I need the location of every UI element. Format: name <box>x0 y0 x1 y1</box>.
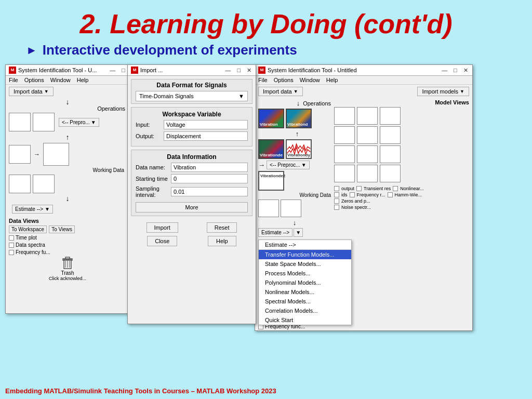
right-preprocess-row: → <-- Preproc... ▼ <box>258 161 331 169</box>
dropdown-item-polynominal[interactable]: Polynominal Models... <box>259 278 351 287</box>
dropdown-item-statespace[interactable]: State Space Models... <box>259 259 351 269</box>
freq-checkbox[interactable] <box>9 250 14 255</box>
left-menu-file[interactable]: File <box>9 77 18 83</box>
freq-r-label: Frequency r... <box>357 192 385 197</box>
sampling-field[interactable] <box>171 187 248 196</box>
trash-icon <box>62 257 73 270</box>
model-row-3 <box>334 145 469 163</box>
estimate-btn-right[interactable]: Estimate --> <box>258 228 292 237</box>
minimize-btn-right[interactable]: — <box>441 67 448 74</box>
left-arrow-up: ↑ <box>9 133 126 141</box>
dropdown-item-nonlinear[interactable]: Nonlinear Models... <box>259 287 351 297</box>
more-btn[interactable]: More <box>136 202 248 212</box>
estimate-btn-left[interactable]: Estimate --> ▼ <box>12 205 53 214</box>
signal-box-1: Vibration <box>258 109 284 128</box>
data-name-field[interactable] <box>171 163 248 172</box>
ids-label: ids <box>341 192 348 197</box>
maximize-btn-import[interactable]: □ <box>236 67 242 74</box>
right-toolbar: Import data ▼ Import models ▼ <box>255 85 472 98</box>
data-info-section: Data Information Data name: Starting tim… <box>131 150 252 216</box>
domain-dropdown[interactable]: Time-Domain Signals ▼ <box>136 91 248 101</box>
input-label: Input: <box>136 122 162 128</box>
start-time-field[interactable] <box>171 174 248 183</box>
zeros-label: Zeros and p... <box>341 198 370 204</box>
left-menu-options[interactable]: Options <box>24 77 44 83</box>
close-btn-import[interactable]: ✕ <box>246 67 252 74</box>
left-data-box-3 <box>9 145 31 164</box>
nonlinear-label: Nonlinear... <box>400 186 424 191</box>
nonlinear-checkbox[interactable] <box>393 186 398 191</box>
subtitle-text: Interactive development of experiments <box>43 42 297 58</box>
model-box-11 <box>357 165 378 182</box>
time-plot-checkbox[interactable] <box>9 235 14 241</box>
model-row-1 <box>334 107 469 125</box>
sampling-label: Sampling interval: <box>136 185 169 198</box>
to-views-btn[interactable]: To Views <box>49 225 75 233</box>
freq-label: Frequency fu... <box>16 249 50 255</box>
left-menu-window[interactable]: Window <box>50 77 71 83</box>
dropdown-item-quickstart[interactable]: Quick Start <box>259 315 351 325</box>
right-import-models-btn[interactable]: Import models ▼ <box>417 87 469 96</box>
import-win-controls[interactable]: — □ ✕ <box>224 67 252 74</box>
import-dialog: M Import ... — □ ✕ Data Format for Signa… <box>127 64 256 324</box>
input-field[interactable] <box>164 120 248 129</box>
dropdown-item-estimate[interactable]: Estimate --> <box>259 240 351 249</box>
model-box-4 <box>334 126 355 144</box>
output-checkbox[interactable] <box>334 186 339 191</box>
dropdown-item-transfer[interactable]: Transfer Function Models... <box>259 250 351 259</box>
zeros-checkbox[interactable] <box>334 198 339 204</box>
left-win-controls[interactable]: — □ <box>109 67 126 73</box>
left-menu-help[interactable]: Help <box>77 77 89 83</box>
right-label-row-1: output Transient res Nonlinear... <box>334 186 469 191</box>
data-spectra-checkbox[interactable] <box>9 243 14 248</box>
dropdown-arrow-icon: ▼ <box>238 93 244 99</box>
right-model-views-label: Model Views <box>334 99 469 105</box>
import-btn[interactable]: Import <box>147 222 178 233</box>
freq-row: Frequency fu... <box>9 249 126 255</box>
signal-box-5: Vibrationde2 <box>258 171 284 191</box>
noise-checkbox[interactable] <box>334 205 339 210</box>
left-window-title: System Identification Tool - U... <box>18 67 97 73</box>
maximize-btn-right[interactable]: □ <box>453 67 458 74</box>
close-btn[interactable]: Close <box>147 236 177 246</box>
output-field[interactable] <box>164 131 248 141</box>
preprocess-btn-right[interactable]: <-- Preproc... ▼ <box>267 161 310 169</box>
model-row-4 <box>334 165 469 182</box>
left-estimate-row: Estimate --> ▼ <box>9 204 126 215</box>
right-import-arrow-icon: ▼ <box>294 89 298 94</box>
estimate-dropdown-btn[interactable]: ▼ <box>294 228 303 237</box>
left-menubar: File Options Window Help <box>6 76 129 85</box>
right-menu-help[interactable]: Help <box>326 77 338 83</box>
reset-btn[interactable]: Reset <box>207 222 237 233</box>
right-menu-window[interactable]: Window <box>300 77 320 83</box>
preprocess-btn-left[interactable]: <-- Prepro... ▼ <box>59 118 99 127</box>
estimate-arrow-icon: ▼ <box>45 206 50 212</box>
transient-checkbox[interactable] <box>356 186 362 191</box>
page-subtitle: ► Interactive development of experiments <box>10 42 522 58</box>
right-menu-options[interactable]: Options <box>274 77 294 83</box>
close-btn-right[interactable]: ✕ <box>462 67 469 74</box>
dropdown-item-correlation[interactable]: Correlation Models... <box>259 306 351 315</box>
left-import-data-btn[interactable]: Import data ▼ <box>9 87 54 96</box>
maximize-btn-left[interactable]: □ <box>121 67 126 73</box>
dropdown-item-spectral[interactable]: Spectral Models... <box>259 297 351 306</box>
to-workspace-btn[interactable]: To Workspace <box>9 225 47 233</box>
minimize-btn-left[interactable]: — <box>109 67 116 73</box>
data-format-section: Data Format for Signals Time-Domain Sign… <box>131 79 252 104</box>
right-import-data-btn[interactable]: Import data ▼ <box>258 87 303 96</box>
right-menu-file[interactable]: File <box>258 77 268 83</box>
model-box-1 <box>334 107 355 125</box>
left-data-box-1 <box>9 113 31 131</box>
help-btn[interactable]: Help <box>208 236 236 246</box>
right-titlebar: M System Identification Tool - Untitled … <box>255 65 472 76</box>
minimize-btn-import[interactable]: — <box>224 67 232 74</box>
freq-r-checkbox[interactable] <box>350 192 355 197</box>
right-win-controls[interactable]: — □ ✕ <box>441 67 469 74</box>
hamm-checkbox[interactable] <box>388 192 393 197</box>
right-estimate-row: Estimate --> ▼ Estimate --> Transfer Fun… <box>258 228 331 237</box>
ids-checkbox[interactable] <box>334 192 339 197</box>
matlab-icon-import: M <box>131 66 138 74</box>
import-arrow-icon: ▼ <box>44 89 49 94</box>
dropdown-item-process[interactable]: Process Models... <box>259 269 351 278</box>
sys-id-left-window: M System Identification Tool - U... — □ … <box>5 64 130 314</box>
